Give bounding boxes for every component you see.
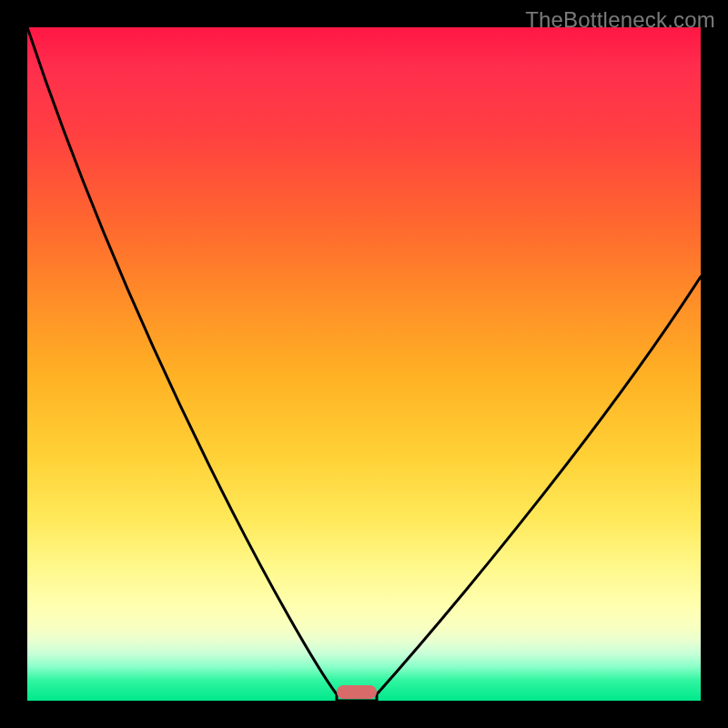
plot-area (27, 27, 701, 701)
bottleneck-curve (27, 27, 701, 701)
chart-frame: TheBottleneck.com (0, 0, 728, 728)
curve-path (27, 27, 701, 701)
bottleneck-marker (337, 685, 377, 699)
